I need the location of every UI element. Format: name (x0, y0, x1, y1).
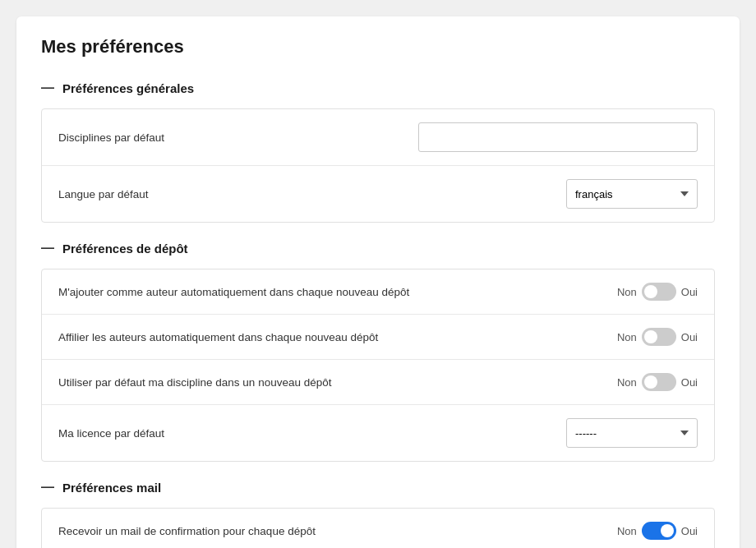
section-general-title: Préférences générales (62, 81, 194, 95)
auteur-auto-control: Non Oui (617, 283, 698, 301)
langue-select[interactable]: français English Español Deutsch (566, 179, 698, 209)
row-disciplines: Disciplines par défaut (42, 109, 714, 166)
discipline-depot-oui: Oui (681, 376, 698, 389)
affilier-auto-control: Non Oui (617, 328, 698, 346)
page-title: Mes préférences (41, 36, 715, 58)
licence-label: Ma licence par défaut (58, 427, 164, 440)
langue-control: français English Español Deutsch (566, 179, 698, 209)
licence-control: ------ CC BY CC BY-SA CC BY-ND CC BY-NC … (566, 418, 698, 448)
section-mail-title: Préférences mail (62, 481, 161, 495)
discipline-depot-non: Non (617, 376, 637, 389)
row-licence: Ma licence par défaut ------ CC BY CC BY… (42, 405, 714, 461)
disciplines-control (418, 122, 698, 152)
disciplines-label: Disciplines par défaut (58, 131, 164, 144)
row-affilier-auto: Affilier les auteurs automatiquement dan… (42, 315, 714, 360)
section-depot-dash: — (41, 241, 54, 256)
row-auteur-auto: M'ajouter comme auteur automatiquement d… (42, 269, 714, 315)
auteur-auto-oui: Oui (681, 286, 698, 298)
section-depot: — Préférences de dépôt M'ajouter comme a… (41, 241, 715, 462)
auteur-auto-non: Non (617, 286, 637, 298)
affilier-auto-slider (642, 328, 676, 346)
row-langue: Langue par défaut français English Españ… (42, 166, 714, 222)
mail-confirmation-oui: Oui (681, 525, 698, 537)
discipline-depot-control: Non Oui (617, 373, 698, 391)
langue-label: Langue par défaut (58, 188, 149, 200)
mail-confirmation-control: Non Oui (617, 522, 698, 540)
affilier-auto-oui: Oui (681, 331, 698, 343)
section-general: — Préférences générales Disciplines par … (41, 81, 715, 223)
auteur-auto-label: M'ajouter comme auteur automatiquement d… (58, 286, 409, 298)
licence-select[interactable]: ------ CC BY CC BY-SA CC BY-ND CC BY-NC … (566, 418, 698, 448)
section-depot-title: Préférences de dépôt (62, 242, 188, 256)
section-general-dash: — (41, 81, 54, 95)
affilier-auto-label: Affilier les auteurs automatiquement dan… (58, 331, 378, 343)
mail-confirmation-non: Non (617, 525, 637, 537)
section-mail-header: — Préférences mail (41, 480, 715, 495)
section-depot-header: — Préférences de dépôt (41, 241, 715, 256)
row-mail-confirmation: Recevoir un mail de confirmation pour ch… (42, 509, 714, 548)
section-mail-content: Recevoir un mail de confirmation pour ch… (41, 508, 715, 548)
mail-confirmation-toggle[interactable] (642, 522, 676, 540)
discipline-depot-toggle[interactable] (642, 373, 676, 391)
section-depot-content: M'ajouter comme auteur automatiquement d… (41, 269, 715, 462)
auteur-auto-toggle[interactable] (642, 283, 676, 301)
disciplines-input[interactable] (418, 122, 698, 152)
affilier-auto-non: Non (617, 331, 637, 343)
mail-confirmation-label: Recevoir un mail de confirmation pour ch… (58, 525, 316, 537)
section-mail: — Préférences mail Recevoir un mail de c… (41, 480, 715, 548)
row-discipline-depot: Utiliser par défaut ma discipline dans u… (42, 360, 714, 405)
discipline-depot-label: Utiliser par défaut ma discipline dans u… (58, 376, 331, 389)
section-general-header: — Préférences générales (41, 81, 715, 95)
auteur-auto-slider (642, 283, 676, 301)
page-container: Mes préférences — Préférences générales … (16, 16, 740, 548)
section-general-content: Disciplines par défaut Langue par défaut… (41, 108, 715, 223)
discipline-depot-slider (642, 373, 676, 391)
section-mail-dash: — (41, 480, 54, 495)
affilier-auto-toggle[interactable] (642, 328, 676, 346)
mail-confirmation-slider (642, 522, 676, 540)
